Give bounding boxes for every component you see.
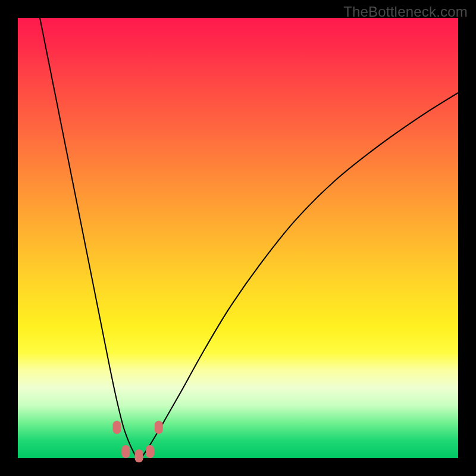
bottleneck-curve-plot (18, 18, 458, 458)
curve-marker (155, 421, 163, 434)
curve-markers (113, 421, 163, 462)
chart-area (18, 18, 458, 458)
curve-left-branch (40, 18, 137, 458)
curve-marker (113, 421, 121, 434)
curve-marker (135, 449, 143, 462)
curve-marker (146, 445, 154, 458)
curve-marker (121, 445, 130, 458)
watermark-text: TheBottleneck.com (343, 4, 468, 20)
curve-right-branch (141, 93, 458, 458)
